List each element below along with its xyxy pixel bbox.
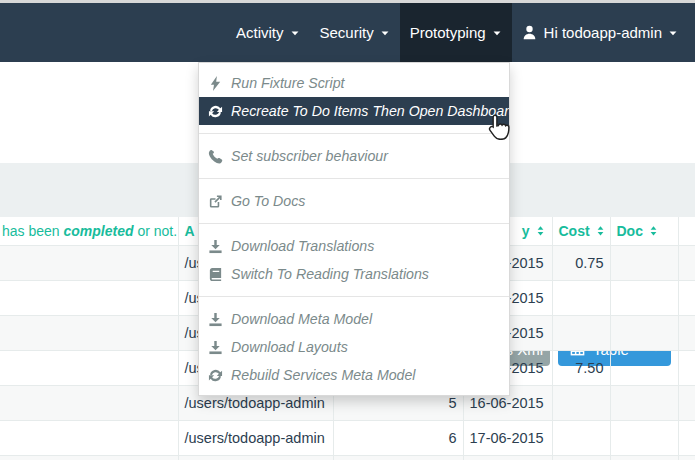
- dropdown-divider: [199, 133, 509, 134]
- sort-icon: [648, 224, 659, 238]
- cell-at-path: /users/todoapp-admin: [178, 455, 333, 460]
- table-row[interactable]: /users/todoapp-admin717-06-2015: [0, 455, 695, 460]
- dropdown-menu-item[interactable]: Set subscriber behaviour: [199, 142, 509, 170]
- dropdown-divider: [199, 178, 509, 179]
- cell-completed: [0, 245, 178, 280]
- cell-due-by: 17-06-2015: [463, 455, 552, 460]
- cell-doc: [610, 385, 678, 420]
- nav-label-user: Hi todoapp-admin: [544, 24, 662, 41]
- column-header-cost[interactable]: Cost: [552, 217, 610, 245]
- cell-cost: 7.50: [552, 350, 610, 385]
- cell-extra: [678, 245, 695, 280]
- nav-item-activity[interactable]: Activity: [226, 3, 310, 62]
- cell-completed: [0, 455, 178, 460]
- cell-extra: [678, 455, 695, 460]
- cell-completed: [0, 280, 178, 315]
- cell-due-by: 17-06-2015: [463, 420, 552, 455]
- dropdown-menu-item[interactable]: Go To Docs: [199, 187, 509, 215]
- cell-doc: [610, 245, 678, 280]
- cell-cost: [552, 280, 610, 315]
- cell-doc: [610, 455, 678, 460]
- cell-cost: [552, 385, 610, 420]
- refresh-icon: [208, 368, 223, 383]
- dropdown-menu-item[interactable]: Recreate To Do Items Then Open Dashboard: [199, 97, 509, 125]
- cell-completed: [0, 315, 178, 350]
- download-icon: [208, 312, 223, 327]
- cell-extra: [678, 420, 695, 455]
- prototyping-dropdown-menu: Run Fixture ScriptRecreate To Do Items T…: [198, 62, 510, 396]
- nav-item-security[interactable]: Security: [310, 3, 400, 62]
- chevron-down-icon: [492, 28, 502, 38]
- cell-cost: [552, 315, 610, 350]
- chevron-down-icon: [380, 28, 390, 38]
- nav-label-security: Security: [320, 24, 374, 41]
- user-icon: [522, 25, 537, 40]
- column-header-extra: [678, 217, 695, 245]
- cell-extra: [678, 315, 695, 350]
- download-icon: [208, 239, 223, 254]
- cell-extra: [678, 385, 695, 420]
- cell-cost: [552, 420, 610, 455]
- cell-completed: [0, 350, 178, 385]
- navbar: Activity Security Prototyping Hi todoapp…: [0, 3, 695, 62]
- cell-num: 6: [333, 420, 463, 455]
- nav-label-prototyping: Prototyping: [410, 24, 486, 41]
- cell-doc: [610, 420, 678, 455]
- dropdown-menu-item[interactable]: Run Fixture Script: [199, 69, 509, 97]
- dropdown-menu-item[interactable]: Download Meta Model: [199, 305, 509, 333]
- phone-icon: [208, 149, 223, 164]
- cell-completed: [0, 385, 178, 420]
- column-header-completed[interactable]: has been completed or not.: [0, 217, 178, 245]
- flash-icon: [208, 76, 223, 91]
- cell-extra: [678, 280, 695, 315]
- cell-doc: [610, 350, 678, 385]
- cell-cost: 0.75: [552, 245, 610, 280]
- dropdown-menu-item[interactable]: Download Layouts: [199, 333, 509, 361]
- download-icon: [208, 340, 223, 355]
- cell-completed: [0, 420, 178, 455]
- chevron-down-icon: [290, 28, 300, 38]
- cell-extra: [678, 350, 695, 385]
- app-window: Activity Security Prototyping Hi todoapp…: [0, 0, 695, 460]
- cell-doc: [610, 315, 678, 350]
- sort-icon: [595, 224, 606, 238]
- nav-label-activity: Activity: [236, 24, 284, 41]
- book-icon: [208, 267, 223, 282]
- cell-cost: [552, 455, 610, 460]
- dropdown-menu-item[interactable]: Switch To Reading Translations: [199, 260, 509, 288]
- dropdown-divider: [199, 296, 509, 297]
- cell-doc: [610, 280, 678, 315]
- dropdown-divider: [199, 223, 509, 224]
- cell-at-path: /users/todoapp-admin: [178, 420, 333, 455]
- dropdown-menu-item[interactable]: Download Translations: [199, 232, 509, 260]
- sort-icon: [535, 224, 546, 238]
- nav-item-user-menu[interactable]: Hi todoapp-admin: [512, 3, 688, 62]
- chevron-down-icon: [668, 28, 678, 38]
- column-header-doc[interactable]: Doc: [610, 217, 678, 245]
- nav-item-prototyping[interactable]: Prototyping: [400, 3, 512, 62]
- table-row[interactable]: /users/todoapp-admin617-06-2015: [0, 420, 695, 455]
- cell-num: 7: [333, 455, 463, 460]
- external-link-icon: [208, 194, 223, 209]
- refresh-icon: [208, 104, 223, 119]
- dropdown-menu-item[interactable]: Rebuild Services Meta Model: [199, 361, 509, 389]
